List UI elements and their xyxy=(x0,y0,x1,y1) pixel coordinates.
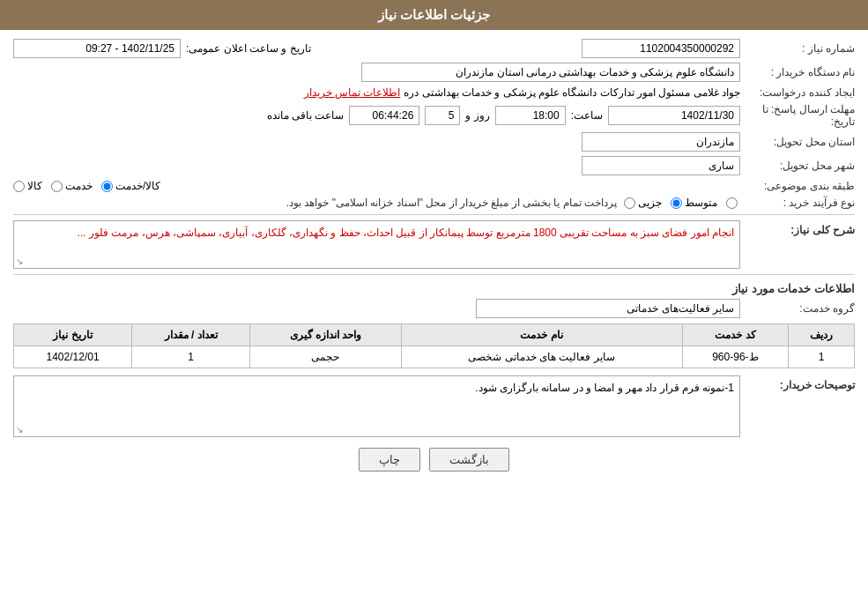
ijad-konande-label: ایجاد کننده درخواست: xyxy=(740,86,855,99)
nam-dastgah-label: نام دستگاه خریدار : xyxy=(740,66,855,78)
services-table: ردیف کد خدمت نام خدمت واحد اندازه گیری ت… xyxy=(13,323,855,368)
nooe-farayand-note: پرداخت تمام یا بخشی از مبلغ خریدار از مح… xyxy=(286,197,617,209)
tosaif-label: توصیحات خریدار: xyxy=(740,375,855,391)
tarikh-label: تاریخ و ساعت اعلان عمومی: xyxy=(186,42,311,55)
ijad-konande-link[interactable]: اطلاعات تماس خریدار xyxy=(304,86,401,99)
buttons-row: بازگشت چاپ xyxy=(13,448,855,472)
tabaqe-label: طبقه بندی موضوعی: xyxy=(740,180,855,192)
tosaif-value: 1-نمونه فرم قرار داد مهر و امضا و در سام… xyxy=(13,375,740,437)
radio-kala[interactable]: کالا xyxy=(13,180,42,192)
radio-empty[interactable] xyxy=(726,197,740,209)
col-tarikh: تاریخ نیاز xyxy=(14,324,132,346)
goroh-khadamat-label: گروه خدمت: xyxy=(740,302,855,315)
page-title: جزئیات اطلاعات نیاز xyxy=(378,7,490,22)
ijad-konande-value: جواد غلامی مسئول امور تدارکات دانشگاه عل… xyxy=(404,86,740,99)
mohlat-date: 1402/11/30 xyxy=(608,106,740,125)
mohlat-timer: 06:44:26 xyxy=(349,106,419,125)
col-nam: نام خدمت xyxy=(401,324,682,346)
radio-motovaset[interactable]: متوسط xyxy=(671,197,717,209)
back-button[interactable]: بازگشت xyxy=(429,448,509,472)
radio-kala-khadamat[interactable]: کالا/خدمت xyxy=(101,180,160,192)
shahr-value: ساری xyxy=(582,156,740,175)
col-tedad: تعداد / مقدار xyxy=(132,324,250,346)
ostan-value: مازندران xyxy=(582,132,740,152)
khadamat-section-title: اطلاعات خدمات مورد نیاز xyxy=(13,282,855,295)
shahr-label: شهر محل تحویل: xyxy=(740,160,855,172)
mohlat-time: 18:00 xyxy=(495,106,566,125)
mohlat-rooz-label: روز و xyxy=(465,109,489,122)
tarikh-value: 1402/11/25 - 09:27 xyxy=(13,39,181,58)
ostan-label: استان محل تحویل: xyxy=(740,136,855,148)
col-vahed: واحد اندازه گیری xyxy=(250,324,402,346)
radio-jozi[interactable]: جزیی xyxy=(624,197,662,209)
radio-khadamat[interactable]: خدمت xyxy=(51,180,93,192)
table-row: 1ط-96-960سایر فعالیت های خدماتی شخصیحجمی… xyxy=(14,346,855,368)
col-radif: ردیف xyxy=(789,324,855,346)
mohlat-mande-label: ساعت باقی مانده xyxy=(267,109,345,122)
nam-dastgah-value: دانشگاه علوم پزشکی و خدمات بهداشتی درمان… xyxy=(361,63,740,82)
col-kod: کد خدمت xyxy=(682,324,789,346)
sharh-value: انجام امور فضای سبز به مساحت تقریبی 1800… xyxy=(13,220,740,269)
shomara-niaz-label: شماره نیاز : xyxy=(740,42,855,55)
print-button[interactable]: چاپ xyxy=(359,448,420,472)
nooe-farayand-label: نوع فرآیند خرید : xyxy=(740,197,855,209)
page-header: جزئیات اطلاعات نیاز xyxy=(0,0,868,30)
mohlat-label: مهلت ارسال پاسخ: تا تاریخ: xyxy=(740,103,855,128)
shomara-niaz-value: 1102004350000292 xyxy=(311,39,740,58)
mohlat-rooz: 5 xyxy=(425,106,460,125)
goroh-khadamat-value: سایر فعالیت‌های خدماتی xyxy=(476,299,740,318)
mohlat-time-label: ساعت: xyxy=(571,109,603,122)
sharh-label: شرح کلی نیاز: xyxy=(740,220,855,236)
